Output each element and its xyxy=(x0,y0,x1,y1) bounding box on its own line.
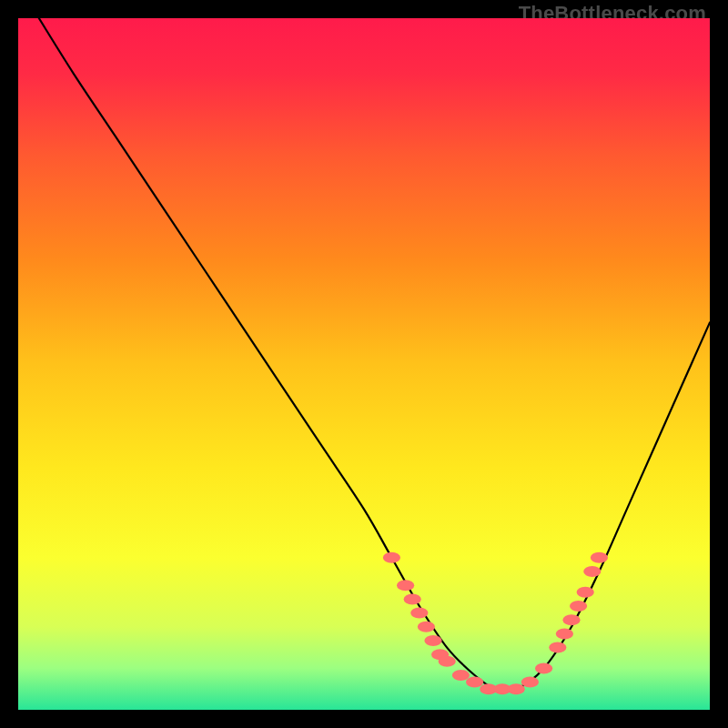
highlight-dot xyxy=(466,677,483,688)
highlight-dot xyxy=(383,552,400,563)
highlight-dot xyxy=(549,642,566,653)
highlight-dot xyxy=(418,622,435,632)
highlight-dot xyxy=(410,608,428,619)
highlight-dot xyxy=(424,635,441,646)
highlight-dot xyxy=(535,662,552,673)
highlight-dot xyxy=(439,656,456,667)
highlight-dot xyxy=(583,566,601,577)
highlight-dot xyxy=(591,552,608,563)
highlight-dot xyxy=(508,683,525,694)
highlight-dot xyxy=(397,580,414,591)
highlight-dot xyxy=(577,587,594,598)
highlight-dot xyxy=(521,677,539,688)
highlight-dot xyxy=(404,593,421,604)
gradient-background xyxy=(18,18,710,710)
highlight-dot xyxy=(556,628,573,639)
highlight-dot xyxy=(452,670,470,681)
highlight-dot xyxy=(562,614,580,625)
highlight-dot xyxy=(570,601,587,612)
bottleneck-chart xyxy=(18,18,710,710)
chart-frame xyxy=(18,18,710,710)
